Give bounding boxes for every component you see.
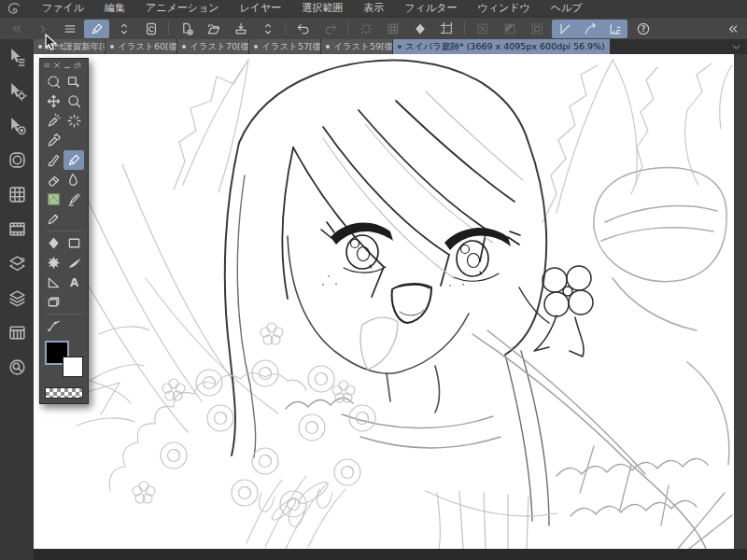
timeline-palette-button[interactable] [6, 217, 28, 240]
modified-dot-icon [398, 45, 402, 49]
operation-tool[interactable] [43, 111, 63, 131]
menu-item-4[interactable]: 選択範囲 [291, 0, 353, 17]
tool-palette-button[interactable] [6, 45, 28, 67]
mouse-cursor [43, 34, 62, 54]
collapsed-palette-dock [0, 39, 34, 560]
clip-studio-logo-icon [6, 2, 22, 15]
figure-tool[interactable] [43, 273, 63, 292]
background-color-swatch[interactable] [63, 357, 83, 377]
menu-item-5[interactable]: 表示 [353, 0, 394, 17]
color-wheel-palette-button[interactable] [6, 148, 28, 171]
palette-minimize-icon[interactable] [63, 62, 71, 69]
modified-dot-icon [182, 45, 186, 49]
svg-text:A: A [69, 276, 78, 289]
navigator-palette-button[interactable] [6, 356, 28, 378]
menu-item-2[interactable]: アニメーション [135, 0, 230, 17]
empty-cell [63, 131, 84, 150]
new-file-button[interactable] [174, 20, 199, 38]
pen-tool[interactable] [63, 150, 84, 170]
selection-tool[interactable] [43, 72, 63, 91]
current-tool-button[interactable] [84, 20, 109, 38]
register-material-button[interactable] [380, 20, 405, 38]
eraser-tool[interactable] [43, 170, 63, 189]
snap-to-special-ruler-toggle[interactable] [577, 20, 602, 38]
modified-dot-icon [326, 45, 330, 49]
tab-label: イラスト70[復 [190, 41, 248, 53]
save-file-button[interactable] [228, 20, 253, 38]
menu-item-8[interactable]: ヘルプ [541, 0, 593, 17]
frame-border-tool[interactable] [43, 292, 63, 312]
tab-overflow-button[interactable] [726, 39, 747, 54]
auto-select-tool[interactable] [63, 111, 84, 131]
tool-switch-stepper[interactable] [111, 20, 136, 38]
correct-line-tool[interactable] [43, 316, 63, 336]
tool-property-palette-button[interactable] [6, 114, 28, 136]
palette-menu-icon[interactable] [43, 62, 50, 69]
canvas-artwork [34, 54, 734, 549]
undo-button[interactable] [290, 20, 316, 38]
crop-canvas-button[interactable] [434, 20, 459, 38]
snap-to-grid-toggle[interactable] [602, 20, 627, 38]
decoration-tool[interactable] [43, 189, 63, 209]
menu-item-6[interactable]: フィルター [394, 0, 467, 17]
clear-button[interactable] [407, 20, 432, 38]
fill-tool[interactable] [43, 233, 63, 253]
layer-property-palette-button[interactable] [6, 252, 28, 274]
invert-selection-button[interactable] [497, 20, 522, 38]
snap-to-ruler-toggle[interactable] [552, 20, 577, 38]
help-button[interactable]: ? [630, 20, 655, 38]
transparent-color-swatch[interactable] [45, 387, 83, 399]
tab-label: イラスト57[復 [261, 41, 320, 53]
tool-palette-header[interactable] [40, 59, 88, 71]
move-tool[interactable] [43, 91, 63, 111]
color-set-palette-button[interactable] [6, 183, 28, 205]
menu-item-7[interactable]: ウィンドウ [467, 0, 540, 17]
airbrush-tool[interactable] [63, 189, 84, 209]
marker-tool[interactable] [43, 209, 63, 229]
material-palette-button[interactable] [6, 321, 28, 343]
tool-palette: A [39, 58, 89, 404]
layer-palette-button[interactable] [6, 287, 28, 309]
palette-close-icon[interactable] [53, 62, 61, 69]
text-tool[interactable]: A [63, 273, 84, 292]
frame-tool[interactable] [63, 233, 84, 253]
sub-tool-palette-button[interactable] [6, 79, 28, 102]
collapse-toolbar-button[interactable] [719, 20, 744, 38]
menu-item-0[interactable]: ファイル [32, 0, 94, 17]
document-tab[interactable]: イラスト60[復 [106, 39, 176, 54]
document-tab[interactable]: イラスト57[復 [249, 39, 320, 54]
status-bar [34, 549, 747, 560]
tab-label: イラスト60[復 [118, 41, 176, 53]
tab-label: イラスト59[復 [333, 41, 392, 53]
scroll-left-button[interactable] [3, 20, 28, 38]
empty-cell [63, 316, 84, 336]
brush-tool[interactable] [43, 150, 63, 170]
menu-item-3[interactable]: レイヤー [230, 0, 292, 17]
canvas-surface[interactable] [34, 54, 734, 549]
palette-dock-icon[interactable] [74, 62, 81, 69]
open-file-button[interactable] [201, 20, 226, 38]
redo-button[interactable] [317, 20, 343, 38]
menu-item-1[interactable]: 編集 [94, 0, 135, 17]
sync-spinner[interactable] [353, 20, 378, 38]
document-tab[interactable]: イラスト59[復 [321, 39, 392, 54]
modified-dot-icon [38, 45, 42, 49]
blend-tool[interactable] [63, 170, 84, 189]
save-switch-stepper[interactable] [255, 20, 280, 38]
zoom-tool[interactable] [63, 91, 84, 111]
deselect-button[interactable] [470, 20, 495, 38]
toolbar-separator [347, 21, 348, 35]
palette-separator [47, 314, 81, 315]
clip-studio-button[interactable] [138, 20, 163, 38]
svg-text:?: ? [641, 24, 645, 33]
flash-tool[interactable] [43, 253, 63, 273]
palette-separator [47, 231, 81, 231]
eyedropper-tool[interactable] [43, 131, 63, 150]
document-tab-active[interactable]: スイバラ庭師* (3669 x 4095px 600dpi 56.9%) [393, 39, 610, 54]
document-tab-bar: Kmt謹賀新年[復イラスト60[復イラスト70[復イラスト57[復イラスト59[… [34, 39, 747, 54]
document-tab[interactable]: イラスト70[復 [177, 39, 248, 54]
stream-line-tool[interactable] [63, 253, 84, 273]
object-tool[interactable] [63, 72, 84, 91]
selection-border-button[interactable] [524, 20, 549, 38]
command-bar: ? [0, 17, 747, 39]
